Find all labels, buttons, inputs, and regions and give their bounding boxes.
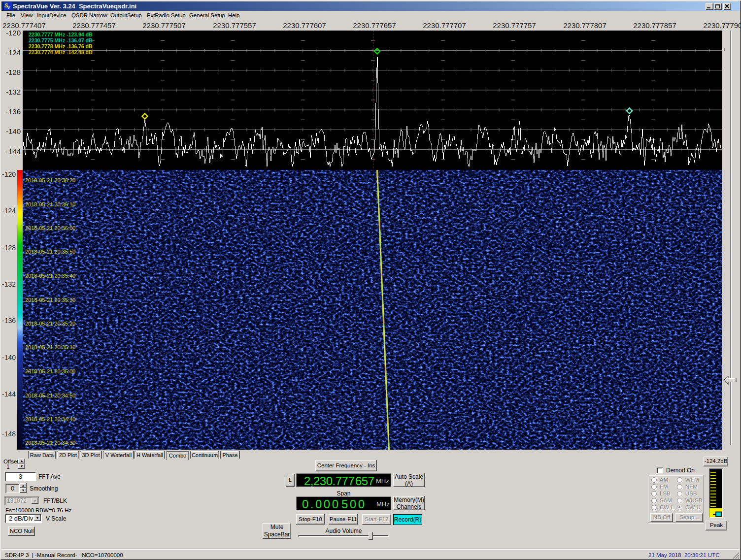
- svg-text:2018-05-21 20:34:40: 2018-05-21 20:34:40: [25, 416, 75, 422]
- svg-text:2018-05-21 20:36:10: 2018-05-21 20:36:10: [25, 201, 75, 207]
- svg-text:2018-05-21 20:36:00: 2018-05-21 20:36:00: [25, 225, 75, 231]
- svg-text:2018-05-21 20:36:20: 2018-05-21 20:36:20: [25, 177, 75, 183]
- svg-text:2018-05-21 20:35:20: 2018-05-21 20:35:20: [25, 321, 75, 327]
- svg-text:2018-05-21 20:35:10: 2018-05-21 20:35:10: [25, 344, 75, 350]
- svg-text:2018-05-21 20:35:00: 2018-05-21 20:35:00: [25, 368, 75, 374]
- svg-text:2018-05-21 20:34:30: 2018-05-21 20:34:30: [25, 440, 75, 446]
- svg-text:2018-05-21 20:35:40: 2018-05-21 20:35:40: [25, 273, 75, 279]
- svg-text:2018-05-21 20:35:50: 2018-05-21 20:35:50: [25, 249, 75, 255]
- svg-text:2018-05-21 20:35:30: 2018-05-21 20:35:30: [25, 297, 75, 303]
- svg-text:2018-05-21 20:34:50: 2018-05-21 20:34:50: [25, 393, 75, 398]
